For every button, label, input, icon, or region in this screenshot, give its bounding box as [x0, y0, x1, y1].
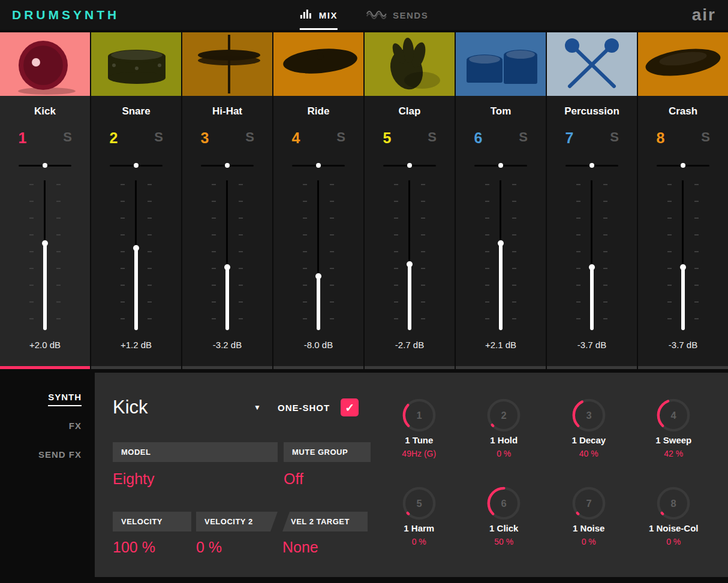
channel-strip-hi-hat[interactable]: Hi-Hat 3 S -3.2 dB: [182, 32, 272, 369]
mixer-channels: Kick 1 S +2.0 dB Snare 2: [0, 30, 728, 369]
channel-strip-kick[interactable]: Kick 1 S +2.0 dB: [0, 32, 90, 369]
fader-thumb[interactable]: [680, 264, 686, 270]
solo-button[interactable]: S: [136, 129, 181, 147]
channel-strip-snare[interactable]: Snare 2 S +1.2 dB: [91, 32, 181, 369]
channel-artwork[interactable]: [456, 32, 546, 96]
volume-fader[interactable]: [638, 180, 728, 330]
pan-handle[interactable]: [407, 163, 412, 168]
fader-thumb[interactable]: [589, 264, 595, 270]
channel-strip-ride[interactable]: Ride 4 S -8.0 dB: [273, 32, 363, 369]
fader-thumb[interactable]: [407, 261, 413, 267]
fader-thumb[interactable]: [498, 240, 504, 246]
model-value[interactable]: Eighty: [113, 470, 284, 488]
knob-1-harm[interactable]: 5: [401, 485, 438, 522]
fader-ticks-left: [394, 184, 398, 327]
solo-button[interactable]: S: [592, 129, 637, 147]
pan-slider[interactable]: [19, 162, 71, 168]
pan-slider[interactable]: [292, 162, 345, 168]
knob-1-sweep[interactable]: 4: [655, 397, 692, 434]
sidebar-item-synth[interactable]: SYNTH: [48, 392, 82, 406]
channel-strip-clap[interactable]: Clap 5 S -2.7 dB: [365, 32, 455, 369]
pan-handle[interactable]: [134, 163, 139, 168]
volume-fader[interactable]: [456, 180, 546, 330]
solo-button[interactable]: S: [45, 129, 90, 147]
channel-name: Clap: [399, 105, 421, 117]
pan-slider[interactable]: [565, 162, 618, 168]
knob-1-tune[interactable]: 1: [401, 397, 438, 434]
channel-artwork[interactable]: [0, 32, 90, 96]
knob-value: 42 %: [664, 449, 683, 458]
velocity2-value[interactable]: 0 %: [196, 539, 282, 556]
pan-handle[interactable]: [43, 163, 47, 168]
instrument-dropdown[interactable]: Kick ▼: [113, 397, 278, 418]
pan-slider[interactable]: [657, 162, 709, 168]
knob-1-noise[interactable]: 7: [570, 485, 607, 522]
mute-group-value[interactable]: Off: [284, 470, 303, 488]
pan-handle[interactable]: [681, 163, 685, 168]
channel-name: Snare: [122, 105, 150, 117]
channel-strip-percussion[interactable]: Percussion 7 S -3.7 dB: [547, 32, 637, 369]
pan-slider[interactable]: [110, 162, 163, 168]
pan-handle[interactable]: [498, 163, 503, 168]
volume-fader[interactable]: [547, 180, 637, 330]
channel-artwork[interactable]: [91, 32, 181, 96]
channel-artwork[interactable]: [182, 32, 272, 96]
solo-button[interactable]: S: [683, 129, 728, 147]
channel-strip-crash[interactable]: Crash 8 S -3.7 dB: [638, 32, 728, 369]
solo-button[interactable]: S: [410, 129, 455, 147]
knob-1-noise-col[interactable]: 8: [655, 485, 692, 522]
pan-slider[interactable]: [383, 162, 436, 168]
solo-button[interactable]: S: [501, 129, 546, 147]
channel-number: 3: [182, 129, 227, 147]
volume-fader[interactable]: [273, 180, 363, 330]
volume-readout: +2.1 dB: [485, 340, 516, 350]
velocity-value[interactable]: 100 %: [113, 539, 196, 556]
one-shot-checkbox[interactable]: ✓: [341, 398, 359, 416]
volume-fader[interactable]: [182, 180, 272, 330]
volume-fader[interactable]: [91, 180, 181, 330]
fader-thumb[interactable]: [42, 240, 48, 246]
velocity2-field-label: VELOCITY 2: [196, 512, 278, 531]
channel-number-row: 2 S: [91, 129, 181, 147]
pan-handle[interactable]: [589, 163, 594, 168]
fader-fill: [590, 267, 594, 330]
sidebar-item-fx[interactable]: FX: [69, 421, 82, 435]
fader-thumb[interactable]: [224, 264, 230, 270]
editor-left-column: Kick ▼ ONE-SHOT ✓ MODEL MUTE GROUP E: [113, 397, 377, 577]
svg-text:4: 4: [671, 410, 677, 421]
vel2-target-value[interactable]: None: [282, 539, 318, 556]
fader-thumb[interactable]: [315, 273, 321, 279]
volume-readout: -2.7 dB: [395, 340, 424, 350]
knob-cell: 3 1 Decay 40 %: [546, 397, 631, 458]
tab-sends[interactable]: SENDS: [366, 0, 428, 30]
volume-fader[interactable]: [0, 180, 90, 330]
channel-strip-tom[interactable]: Tom 6 S +2.1 dB: [456, 32, 546, 369]
tab-mix-label: MIX: [319, 10, 338, 20]
channel-artwork[interactable]: [638, 32, 728, 96]
channel-artwork[interactable]: [273, 32, 363, 96]
channel-artwork[interactable]: [365, 32, 455, 96]
volume-readout: +2.0 dB: [29, 340, 61, 350]
channel-number: 4: [273, 129, 318, 147]
fader-fill: [317, 276, 320, 330]
knob-1-hold[interactable]: 2: [485, 397, 522, 434]
tab-mix[interactable]: MIX: [300, 0, 338, 30]
fader-fill: [408, 264, 411, 330]
volume-readout: +1.2 dB: [121, 340, 152, 350]
pan-handle[interactable]: [316, 163, 321, 168]
solo-button[interactable]: S: [318, 129, 363, 147]
fader-ticks-right: [330, 184, 334, 327]
sidebar-item-send-fx[interactable]: SEND FX: [38, 449, 82, 464]
pan-handle[interactable]: [225, 163, 230, 168]
knob-1-decay[interactable]: 3: [570, 397, 607, 434]
channel-artwork[interactable]: [547, 32, 637, 96]
editor-sidebar: SYNTH FX SEND FX: [0, 373, 95, 577]
knob-label: 1 Harm: [404, 523, 434, 533]
pan-slider[interactable]: [201, 162, 254, 168]
volume-readout: -3.7 dB: [577, 340, 606, 350]
pan-slider[interactable]: [474, 162, 527, 168]
fader-thumb[interactable]: [133, 245, 139, 251]
knob-1-click[interactable]: 6: [485, 485, 522, 522]
volume-fader[interactable]: [365, 180, 455, 330]
solo-button[interactable]: S: [227, 129, 272, 147]
